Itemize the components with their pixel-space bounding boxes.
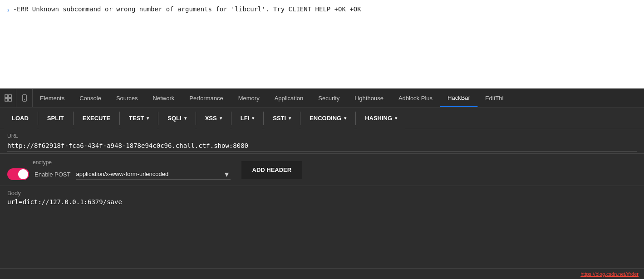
url-section: URL (0, 129, 644, 154)
hashing-button[interactable]: HASHING ▾ (357, 108, 405, 129)
toolbar-divider (263, 112, 264, 125)
ssti-button[interactable]: SSTI ▾ (265, 108, 299, 129)
enctype-select-wrapper: application/x-www-form-urlencoded multip… (76, 169, 231, 180)
error-icon: › (7, 6, 10, 14)
sqli-button[interactable]: SQLI ▾ (159, 108, 194, 129)
status-link[interactable]: https://blog.csdn.net/rfrder (580, 271, 639, 277)
error-text: -ERR Unknown subcommand or wrong number … (13, 5, 361, 13)
hackbar-toolbar: LOAD SPLIT EXECUTE TEST ▾ SQLI ▾ XSS ▾ L… (0, 108, 644, 129)
tab-sources[interactable]: Sources (109, 89, 146, 107)
ssti-arrow: ▾ (289, 116, 291, 121)
toolbar-divider (355, 112, 356, 125)
enctype-select[interactable]: application/x-www-form-urlencoded multip… (76, 169, 231, 180)
enctype-label: enctype (33, 159, 52, 166)
tab-memory[interactable]: Memory (231, 89, 267, 107)
test-button[interactable]: TEST ▾ (121, 108, 157, 129)
toolbar-divider (196, 112, 196, 125)
post-left: enctype Enable POST application/x-www-fo… (7, 159, 231, 180)
tab-hackbar[interactable]: HackBar (440, 89, 478, 107)
encoding-arrow: ▾ (344, 116, 346, 121)
svg-point-5 (24, 99, 25, 100)
tab-adblock-plus[interactable]: Adblock Plus (391, 89, 440, 107)
post-section: enctype Enable POST application/x-www-fo… (0, 154, 644, 186)
status-bar: https://blog.csdn.net/rfrder (0, 268, 644, 279)
body-value: url=dict://127.0.0.1:6379/save (7, 198, 637, 206)
split-button[interactable]: SPLIT (39, 108, 72, 129)
svg-rect-0 (5, 95, 8, 98)
body-label: Body (7, 190, 637, 196)
xss-button[interactable]: XSS ▾ (197, 108, 230, 129)
toggle-knob (18, 169, 28, 179)
enable-post-toggle[interactable] (7, 168, 29, 180)
tab-application[interactable]: Application (267, 89, 311, 107)
tab-network[interactable]: Network (146, 89, 182, 107)
devtools-tabs: Elements Console Sources Network Perform… (0, 88, 644, 108)
url-label: URL (7, 133, 637, 139)
lfi-arrow: ▾ (252, 116, 254, 121)
devtools-content: LOAD SPLIT EXECUTE TEST ▾ SQLI ▾ XSS ▾ L… (0, 108, 644, 279)
tab-console[interactable]: Console (72, 89, 109, 107)
top-area: › -ERR Unknown subcommand or wrong numbe… (0, 0, 644, 88)
toolbar-divider (300, 112, 300, 125)
body-section: Body url=dict://127.0.0.1:6379/save (0, 186, 644, 268)
tab-elements[interactable]: Elements (33, 89, 72, 107)
devtools-icon-inspect[interactable] (0, 89, 16, 107)
devtools-icon-mobile[interactable] (16, 89, 33, 107)
hashing-arrow: ▾ (395, 116, 397, 121)
toolbar-divider (38, 112, 38, 125)
enable-post-label: Enable POST (34, 171, 71, 178)
encoding-button[interactable]: ENCODING ▾ (301, 108, 354, 129)
tab-editthis[interactable]: EditThi (478, 89, 511, 107)
tab-security[interactable]: Security (311, 89, 347, 107)
url-input[interactable] (7, 140, 637, 152)
svg-rect-2 (5, 98, 8, 101)
toolbar-divider (73, 112, 74, 125)
add-header-button[interactable]: ADD HEADER (241, 161, 303, 179)
load-button[interactable]: LOAD (4, 108, 37, 129)
svg-rect-3 (9, 98, 11, 101)
lfi-button[interactable]: LFI ▾ (232, 108, 263, 129)
toolbar-divider (231, 112, 231, 125)
toolbar-divider (158, 112, 158, 125)
xss-arrow: ▾ (220, 116, 222, 121)
execute-button[interactable]: EXECUTE (74, 108, 118, 129)
tab-lighthouse[interactable]: Lighthouse (347, 89, 391, 107)
svg-rect-1 (9, 95, 11, 98)
tab-performance[interactable]: Performance (182, 89, 231, 107)
sqli-arrow: ▾ (184, 116, 187, 121)
test-arrow: ▾ (147, 116, 149, 121)
toolbar-divider (119, 112, 120, 125)
post-row: Enable POST application/x-www-form-urlen… (7, 168, 231, 180)
